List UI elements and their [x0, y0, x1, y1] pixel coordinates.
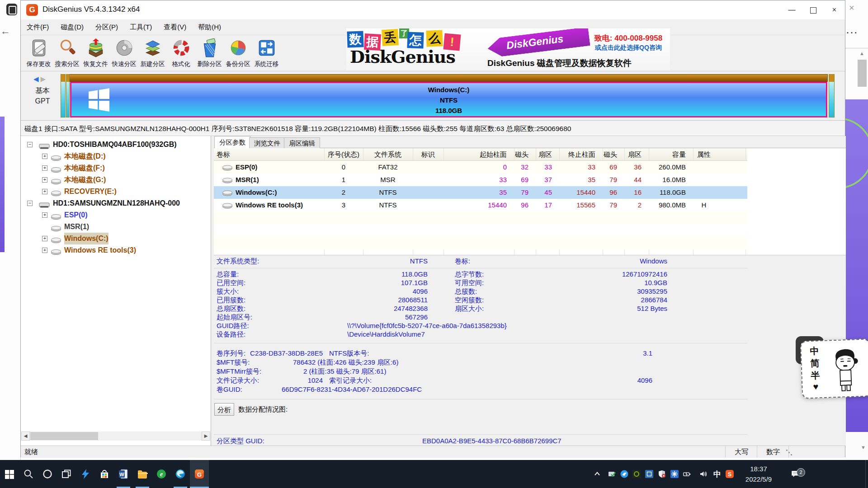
- taskbar-green-e-button[interactable]: e: [152, 460, 171, 488]
- taskbar-lightning-button[interactable]: [76, 460, 95, 488]
- toolbar-button-2[interactable]: 恢复文件: [81, 37, 110, 70]
- toolbar-button-1[interactable]: 搜索分区: [53, 37, 81, 70]
- tab-1[interactable]: 浏览文件: [249, 137, 285, 148]
- partition-block-windows-c[interactable]: Windows(C:) NTFS 118.0GB: [70, 82, 827, 117]
- ime-indicator[interactable]: 中: [713, 469, 721, 479]
- table-header-3[interactable]: 标识: [413, 148, 443, 160]
- tree-item-8[interactable]: +Windows(C:): [21, 233, 211, 244]
- behind-menu-dots-icon: • • •: [847, 30, 857, 35]
- partition-sliver-esp[interactable]: [61, 74, 66, 117]
- antivirus-icon[interactable]: [608, 470, 616, 478]
- detail-value: 512 Bytes: [455, 305, 667, 312]
- tree-item-1[interactable]: +本地磁盘(D:): [21, 150, 211, 162]
- table-row-3[interactable]: Windows RE tools(3)3NTFS1544096171556579…: [214, 199, 747, 211]
- menu-item-4[interactable]: 查看(V): [158, 19, 192, 35]
- intel-icon[interactable]: [645, 470, 653, 478]
- table-cell: 15565: [556, 199, 599, 211]
- banner-qq-link[interactable]: 或点击此处选择QQ咨询: [590, 44, 667, 52]
- tree-expand-expand-icon[interactable]: +: [42, 154, 47, 159]
- table-row-0[interactable]: ESP(0)0FAT3203233336936260.0MB: [214, 161, 747, 174]
- table-row-label: Windows RE tools(3): [236, 199, 303, 211]
- table-row-2[interactable]: Windows(C:)2NTFS357945154409616118.0GB: [214, 186, 747, 199]
- table-header-7[interactable]: 终止柱面: [556, 148, 599, 160]
- scroll-right-icon[interactable]: ▶: [202, 432, 210, 441]
- scrollbar-thumb[interactable]: [30, 432, 98, 440]
- table-cell: 980.0MB: [645, 199, 689, 211]
- show-desktop-button[interactable]: [865, 460, 866, 488]
- nvidia-icon[interactable]: [632, 470, 641, 478]
- taskbar-edge-button[interactable]: [171, 460, 190, 488]
- tree-item-7[interactable]: MSR(1): [21, 221, 211, 233]
- taskbar-start-button[interactable]: [0, 460, 19, 488]
- taskbar-clock[interactable]: 18:37 2022/5/9: [737, 464, 780, 484]
- table-header-10[interactable]: 容量: [645, 148, 689, 160]
- menu-item-5[interactable]: 帮助(H): [192, 19, 227, 35]
- toolbar-button-8[interactable]: 系统迁移: [252, 37, 281, 70]
- tree-item-2[interactable]: +本地磁盘(F:): [21, 162, 211, 174]
- table-header-4[interactable]: 起始柱面: [443, 148, 510, 160]
- taskbar-diskgenius-button[interactable]: G: [190, 460, 209, 488]
- maximize-button[interactable]: [802, 0, 824, 19]
- table-row-1[interactable]: MSR(1)1MSR33693735794416.0MB: [214, 174, 747, 186]
- chevron-icon[interactable]: [593, 470, 601, 478]
- menu-item-0[interactable]: 文件(F): [21, 19, 55, 35]
- menu-item-3[interactable]: 工具(T): [124, 19, 158, 35]
- tree-expand-expand-icon[interactable]: +: [42, 165, 47, 171]
- toolbar-button-0[interactable]: 保存更改: [24, 37, 53, 70]
- analyze-button[interactable]: 分析: [214, 403, 234, 416]
- partition-sliver-re-tools[interactable]: [829, 74, 835, 117]
- taskbar-explorer-button[interactable]: [133, 460, 152, 488]
- scroll-left-icon[interactable]: ◀: [21, 432, 30, 441]
- tree-item-9[interactable]: +Windows RE tools(3): [21, 244, 211, 256]
- tab-2[interactable]: 扇区编辑: [284, 137, 320, 148]
- battery-icon[interactable]: [683, 470, 691, 478]
- tab-0[interactable]: 分区参数: [214, 136, 250, 148]
- partition-sliver-msr[interactable]: [66, 74, 70, 117]
- taskbar-word-button[interactable]: W: [114, 460, 133, 488]
- toolbar-button-5[interactable]: 格式化: [167, 37, 195, 70]
- tree-expand-expand-icon[interactable]: +: [42, 189, 47, 194]
- diskgenius-logo-icon: G: [26, 4, 38, 16]
- toolbar-button-7[interactable]: 备份分区: [224, 37, 252, 70]
- tree-item-5[interactable]: −HD1:SAMSUNGMZNLN128HAHQ-000: [21, 197, 211, 209]
- tree-item-0[interactable]: −HD0:TOSHIBAMQ04ABF100(932GB): [21, 139, 211, 150]
- table-header-0[interactable]: 卷标: [214, 148, 324, 160]
- toolbar-button-3[interactable]: 快速分区: [110, 37, 138, 70]
- defender-icon[interactable]: [658, 470, 666, 478]
- taskbar-cortana-button[interactable]: [38, 460, 57, 488]
- table-header-2[interactable]: 文件系统: [363, 148, 413, 160]
- table-header-1[interactable]: 序号(状态): [324, 148, 363, 160]
- detail-value: 4096: [217, 287, 428, 295]
- ime-status-widget[interactable]: 中简半♥: [800, 338, 868, 399]
- tree-item-6[interactable]: +ESP(0): [21, 209, 211, 221]
- tree-item-4[interactable]: +RECOVERY(E:): [21, 186, 211, 197]
- taskbar-store-button[interactable]: [95, 460, 114, 488]
- toolbar-button-6[interactable]: 删除分区: [195, 37, 224, 70]
- tree-expand-collapse-icon[interactable]: −: [27, 142, 33, 147]
- taskbar-search-button[interactable]: [19, 460, 38, 488]
- taskbar-taskview-button[interactable]: [57, 460, 76, 488]
- tree-expand-expand-icon[interactable]: +: [42, 236, 47, 241]
- mftmirr-value: 2 (柱面:35 磁头:79 扇区:61): [303, 367, 386, 376]
- bird-icon[interactable]: [620, 470, 628, 478]
- menu-item-1[interactable]: 磁盘(D): [55, 19, 90, 35]
- tree-expand-expand-icon[interactable]: +: [42, 248, 47, 253]
- tree-expand-expand-icon[interactable]: +: [42, 177, 47, 183]
- menu-item-2[interactable]: 分区(P): [90, 19, 124, 35]
- table-header-11[interactable]: 属性: [689, 148, 718, 160]
- tree-expand-collapse-icon[interactable]: −: [27, 201, 33, 206]
- ad-banner[interactable]: 数据丢了怎么! DiskGenius DiskGenius 致电: 400-00…: [346, 28, 670, 70]
- tree-item-3[interactable]: +本地磁盘(G:): [21, 174, 211, 186]
- toolbar-button-4[interactable]: 新建分区: [138, 37, 167, 70]
- nav-right-icon[interactable]: ▶: [41, 75, 46, 83]
- close-button[interactable]: ×: [824, 0, 845, 19]
- volume-icon[interactable]: [699, 470, 708, 478]
- sogou-icon[interactable]: S: [726, 470, 734, 478]
- table-cell: 69: [599, 161, 621, 174]
- snowflake-icon[interactable]: [670, 470, 679, 478]
- minimize-button[interactable]: —: [781, 0, 802, 19]
- nav-left-icon[interactable]: ◀: [33, 75, 39, 83]
- tree-horizontal-scrollbar[interactable]: ◀ ▶: [21, 432, 210, 441]
- tree-expand-expand-icon[interactable]: +: [42, 212, 47, 218]
- resize-grip[interactable]: [791, 454, 792, 455]
